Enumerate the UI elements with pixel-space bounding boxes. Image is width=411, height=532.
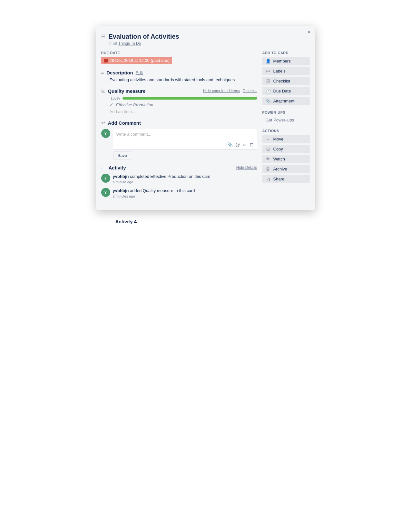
mention-toolbar-icon[interactable]: @ <box>235 142 240 147</box>
labels-button[interactable]: 🏷 Labels <box>262 67 310 75</box>
activity-title-row: ≔ Activity <box>101 165 126 170</box>
modal-title: Evaluation of Activities <box>109 32 300 41</box>
image-toolbar-icon[interactable]: ⊡ <box>250 142 254 147</box>
power-ups-label: POWER-UPS <box>262 111 310 114</box>
checklist-header: ☑ Quality measure Hide completed items D… <box>101 88 257 94</box>
activity-text-2: yvbhbjn added Quality measure to this ca… <box>113 188 195 194</box>
card-icon: ⊟ <box>101 33 105 39</box>
progress-bar-background <box>122 97 257 100</box>
activity-title: Activity <box>109 165 126 170</box>
description-icon: ≡ <box>101 70 104 75</box>
comment-placeholder: Write a comment... <box>116 132 254 140</box>
labels-label: Labels <box>273 69 286 73</box>
add-to-card-section: ADD TO CARD 👤 Members 🏷 Labels ☑ Checkli… <box>262 51 310 105</box>
progress-bar-fill <box>122 97 257 100</box>
modal-header: ⊟ Evaluation of Activities in list Thing… <box>101 32 310 46</box>
due-date-section: DUE DATE 28 Dec 2018 at 12:00 (past due) <box>101 51 257 64</box>
comment-input-wrapper[interactable]: Write a comment... 📎 @ ☺ ⊡ <box>113 129 257 150</box>
comment-row: Y Write a comment... 📎 @ ☺ ⊡ <box>101 129 257 150</box>
comment-icon: ↩ <box>101 120 105 126</box>
watch-icon: 👁 <box>266 157 271 161</box>
modal-sidebar: ADD TO CARD 👤 Members 🏷 Labels ☑ Checkli… <box>262 51 310 202</box>
copy-label: Copy <box>273 147 283 151</box>
comment-toolbar: 📎 @ ☺ ⊡ <box>116 142 254 147</box>
below-modal: Activity 4 <box>96 219 315 224</box>
attachment-button[interactable]: 📎 Attachment <box>262 97 310 105</box>
description-title: Description <box>106 70 133 75</box>
user-avatar: Y <box>101 129 110 138</box>
labels-icon: 🏷 <box>266 69 271 73</box>
copy-button[interactable]: ⊟ Copy <box>262 145 310 153</box>
due-date-label: DUE DATE <box>101 51 257 55</box>
due-date-icon: 🕐 <box>266 89 271 93</box>
share-icon: ◁ <box>266 177 271 181</box>
members-button[interactable]: 👤 Members <box>262 57 310 65</box>
activity-section: ≔ Activity Hide Details Y yvbhbjn comple… <box>101 165 257 198</box>
checkmark-icon[interactable]: ✓ <box>110 102 113 107</box>
checklist-icon: ☑ <box>101 88 105 94</box>
due-date-value: 28 Dec 2018 at 12:00 (past due) <box>110 58 170 63</box>
move-label: Move <box>273 137 284 141</box>
checklist-item-text: Effective Production <box>116 102 153 107</box>
activity-avatar-2: Y <box>101 188 110 197</box>
get-power-ups-link[interactable]: Get Power-Ups <box>262 116 310 124</box>
add-item-input[interactable]: Add an item... <box>110 109 257 114</box>
description-text: Evaluating activities and standards with… <box>110 77 257 82</box>
delete-checklist-link[interactable]: Delete... <box>243 89 257 93</box>
hide-details-link[interactable]: Hide Details <box>236 165 257 170</box>
modal-main: DUE DATE 28 Dec 2018 at 12:00 (past due)… <box>101 51 257 202</box>
attachment-toolbar-icon[interactable]: 📎 <box>227 142 233 147</box>
activity-content-1: yvbhbjn completed Effective Production o… <box>113 174 210 184</box>
checklist-title: Quality measure <box>108 88 203 94</box>
checklist-sidebar-icon: ☑ <box>266 79 271 83</box>
move-icon: → <box>266 137 271 141</box>
attachment-label: Attachment <box>273 99 295 103</box>
modal-body: DUE DATE 28 Dec 2018 at 12:00 (past due)… <box>101 51 310 202</box>
header-content: Evaluation of Activities in list Things … <box>109 32 300 46</box>
activity-text-1: yvbhbjn completed Effective Production o… <box>113 174 210 179</box>
power-ups-section: POWER-UPS Get Power-Ups <box>262 111 310 124</box>
checklist-item: ✓ Effective Production <box>110 102 257 107</box>
archive-icon: 🗄 <box>266 167 271 171</box>
checklist-sidebar-label: Checklist <box>273 79 290 83</box>
activity-time-1: a minute ago <box>113 180 210 184</box>
hide-completed-link[interactable]: Hide completed items <box>203 89 240 93</box>
description-section: ≡ Description Edit Evaluating activities… <box>101 70 257 82</box>
description-edit-link[interactable]: Edit <box>136 70 143 75</box>
emoji-toolbar-icon[interactable]: ☺ <box>242 142 247 147</box>
actions-section: ACTIONS → Move ⊟ Copy 👁 Watch 🗄 <box>262 129 310 183</box>
save-comment-button[interactable]: Save <box>113 151 132 160</box>
checklist-progress-row: 100% <box>110 96 257 100</box>
watch-button[interactable]: 👁 Watch <box>262 155 310 163</box>
modal: × ⊟ Evaluation of Activities in list Thi… <box>96 26 315 210</box>
members-label: Members <box>273 59 291 63</box>
comment-section: ↩ Add Comment Y Write a comment... 📎 @ ☺… <box>101 120 257 160</box>
due-date-badge[interactable]: 28 Dec 2018 at 12:00 (past due) <box>101 57 172 64</box>
archive-label: Archive <box>273 167 287 171</box>
activity-action-2: added Quality measure to this card <box>129 188 195 193</box>
checklist-section: ☑ Quality measure Hide completed items D… <box>101 88 257 114</box>
calendar-icon <box>104 59 108 63</box>
activity-action-1: completed Effective Production on this c… <box>129 174 210 179</box>
checklist-percent: 100% <box>110 96 120 100</box>
watch-label: Watch <box>273 157 285 161</box>
activity-below-label: Activity 4 <box>115 219 137 224</box>
due-date-sidebar-label: Due Date <box>273 89 291 93</box>
close-button[interactable]: × <box>307 29 311 35</box>
members-icon: 👤 <box>266 59 271 63</box>
attachment-icon: 📎 <box>266 99 271 103</box>
activity-content-2: yvbhbjn added Quality measure to this ca… <box>113 188 195 198</box>
list-link[interactable]: Things To Do <box>118 41 141 46</box>
activity-time-2: 2 minutes ago <box>113 194 195 198</box>
activity-user-1: yvbhbjn <box>113 174 129 179</box>
activity-item: Y yvbhbjn completed Effective Production… <box>101 174 257 184</box>
comment-title: Add Comment <box>108 120 141 126</box>
actions-label: ACTIONS <box>262 129 310 133</box>
move-button[interactable]: → Move <box>262 135 310 143</box>
checklist-button[interactable]: ☑ Checklist <box>262 77 310 85</box>
archive-button[interactable]: 🗄 Archive <box>262 165 310 173</box>
due-date-button[interactable]: 🕐 Due Date <box>262 87 310 95</box>
share-button[interactable]: ◁ Share <box>262 175 310 183</box>
description-header: ≡ Description Edit <box>101 70 257 75</box>
copy-icon: ⊟ <box>266 147 271 151</box>
